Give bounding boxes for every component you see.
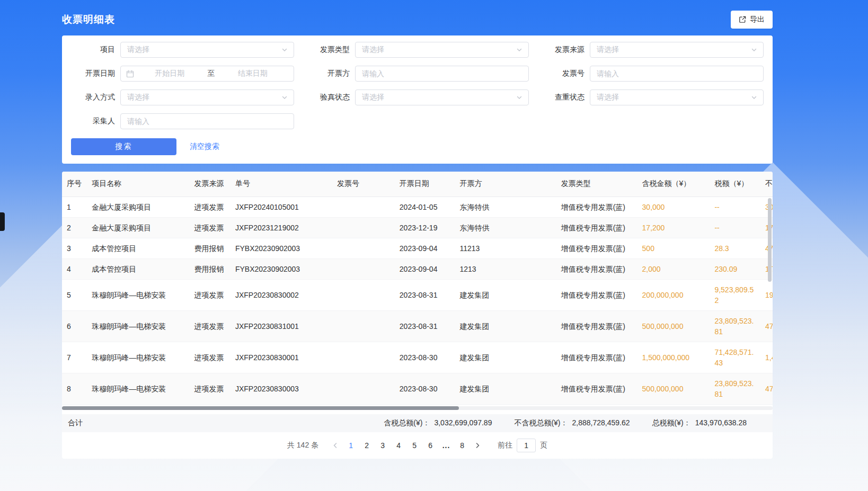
invoice-date-range-picker[interactable]: 开始日期至结束日期 — [120, 66, 294, 82]
column-header-amount_incl_tax: 含税金额（¥） — [637, 172, 710, 197]
horizontal-scrollbar[interactable] — [62, 406, 773, 410]
cell-type: 增值税专用发票(蓝) — [556, 373, 637, 404]
page-button-6[interactable]: 6 — [422, 438, 438, 453]
cell-invoice_no — [332, 342, 395, 373]
end-date-placeholder[interactable]: 结束日期 — [217, 69, 289, 78]
cell-order_no: FYBX20230902003 — [231, 258, 332, 279]
column-header-type: 发票类型 — [556, 172, 637, 197]
cell-date: 2023-08-30 — [395, 373, 455, 404]
cell-no: 4 — [62, 258, 87, 279]
summary-item: 含税总额(¥)：3,032,699,097.89 — [384, 418, 492, 428]
cell-no: 2 — [62, 217, 87, 238]
table-row[interactable]: 3成本管控项目费用报销FYBX202309020032023-09-041121… — [62, 238, 773, 258]
pagination-total: 共 142 条 — [287, 441, 318, 450]
prev-page-button[interactable] — [328, 442, 343, 449]
cell-type: 增值税专用发票(蓝) — [556, 238, 637, 258]
cell-order_no: JXFP20240105001 — [231, 197, 332, 217]
next-page-button[interactable] — [470, 442, 485, 449]
cell-type: 增值税专用发票(蓝) — [556, 279, 637, 310]
cell-date: 2023-08-31 — [395, 310, 455, 342]
filter-label-dedup-status: 查重状态 — [538, 93, 584, 102]
table-row[interactable]: 6珠穆朗玛峰—电梯安装进项发票JXFP202308310012023-08-31… — [62, 310, 773, 342]
chevron-down-icon — [281, 94, 288, 101]
cell-invoice_no — [332, 258, 395, 279]
cell-date: 2024-01-05 — [395, 197, 455, 217]
export-button[interactable]: 导出 — [731, 11, 773, 29]
cell-amount_incl_tax: 200,000,000 — [637, 279, 710, 310]
cell-invoice_no — [332, 310, 395, 342]
issuer-input[interactable] — [356, 66, 528, 81]
export-icon — [739, 16, 746, 23]
page-ellipsis[interactable]: ... — [438, 438, 454, 453]
pagination-jumper: 前往 页 — [498, 439, 547, 452]
verify-status-select[interactable]: 请选择 — [355, 90, 529, 105]
table-card: 序号项目名称发票来源单号发票号开票日期开票方发票类型含税金额（¥）税额（¥）不含… — [62, 172, 773, 459]
dedup-status-select[interactable]: 请选择 — [590, 90, 764, 105]
cell-source: 费用报销 — [189, 258, 230, 279]
cell-issuer: 建发集团 — [455, 279, 556, 310]
table-row[interactable]: 5珠穆朗玛峰—电梯安装进项发票JXFP202308300022023-08-31… — [62, 279, 773, 310]
select-placeholder: 请选择 — [362, 45, 384, 55]
filter-field-invoice-source: 发票来源请选择 — [538, 42, 764, 58]
start-date-placeholder[interactable]: 开始日期 — [134, 69, 206, 78]
horizontal-scrollbar-thumb[interactable] — [62, 406, 459, 410]
page-button-8[interactable]: 8 — [454, 438, 470, 453]
summary-row: 合计 含税总额(¥)：3,032,699,097.89不含税总额(¥)：2,88… — [62, 414, 773, 432]
invoice-type-select[interactable]: 请选择 — [355, 42, 529, 58]
chevron-down-icon — [516, 46, 523, 53]
cell-invoice_no — [332, 238, 395, 258]
vertical-scrollbar-thumb[interactable] — [768, 198, 772, 282]
project-select[interactable]: 请选择 — [120, 42, 294, 58]
cell-no: 6 — [62, 310, 87, 342]
cell-project: 珠穆朗玛峰—电梯安装 — [87, 342, 189, 373]
jumper-suffix: 页 — [540, 441, 547, 450]
cell-source: 进项发票 — [189, 197, 230, 217]
select-placeholder: 请选择 — [127, 93, 149, 102]
cell-order_no: JXFP20231219002 — [231, 217, 332, 238]
filter-label-issuer: 开票方 — [303, 69, 350, 78]
page-number-input[interactable] — [517, 439, 536, 452]
cell-date: 2023-09-04 — [395, 258, 455, 279]
cell-tax: 23,809,523.81 — [710, 310, 760, 342]
cell-no: 1 — [62, 197, 87, 217]
table-row[interactable]: 4成本管控项目费用报销FYBX202309020032023-09-041213… — [62, 258, 773, 279]
filter-field-issuer: 开票方 — [303, 66, 529, 82]
column-header-date: 开票日期 — [395, 172, 455, 197]
chevron-down-icon — [750, 46, 758, 53]
summary-item-value: 2,888,728,459.62 — [572, 418, 630, 427]
invoice-source-select[interactable]: 请选择 — [590, 42, 764, 58]
page-button-2[interactable]: 2 — [359, 438, 375, 453]
clear-search-link[interactable]: 清空搜索 — [190, 142, 219, 151]
filter-field-invoice-number: 发票号 — [538, 66, 764, 82]
entry-method-select[interactable]: 请选择 — [120, 90, 294, 105]
date-range-separator: 至 — [206, 69, 217, 78]
page-button-4[interactable]: 4 — [391, 438, 406, 453]
cell-amount_incl_tax: 2,000 — [637, 258, 710, 279]
filter-field-invoice-date: 开票日期开始日期至结束日期 — [68, 66, 294, 82]
cell-source: 进项发票 — [189, 342, 230, 373]
table-row[interactable]: 2金融大厦采购项目进项发票JXFP202312190022023-12-19东海… — [62, 217, 773, 238]
page-button-3[interactable]: 3 — [375, 438, 391, 453]
cell-amount_incl_tax: 1,500,000,000 — [637, 342, 710, 373]
pagination: 共 142 条 123456...8 前往 页 — [62, 432, 773, 459]
table-row[interactable]: 8珠穆朗玛峰—电梯安装进项发票JXFP202308300032023-08-30… — [62, 373, 773, 404]
table-row[interactable]: 7珠穆朗玛峰—电梯安装进项发票JXFP202308300012023-08-30… — [62, 342, 773, 373]
filter-actions: 搜索 清空搜索 — [68, 138, 764, 155]
cell-amount_incl_tax: 500 — [637, 238, 710, 258]
invoice-number-input[interactable] — [590, 66, 763, 81]
column-header-source: 发票来源 — [189, 172, 230, 197]
search-button[interactable]: 搜索 — [71, 138, 176, 155]
drawer-handle[interactable] — [0, 212, 5, 231]
page-button-1[interactable]: 1 — [343, 438, 359, 453]
column-header-tax: 税额（¥） — [710, 172, 760, 197]
page-button-5[interactable]: 5 — [406, 438, 422, 453]
cell-tax: -- — [710, 217, 760, 238]
cell-tax: 28.3 — [710, 238, 760, 258]
cell-project: 金融大厦采购项目 — [87, 217, 189, 238]
cell-source: 进项发票 — [189, 310, 230, 342]
table-row[interactable]: 1金融大厦采购项目进项发票JXFP202401050012024-01-05东海… — [62, 197, 773, 217]
table-scroll-area: 序号项目名称发票来源单号发票号开票日期开票方发票类型含税金额（¥）税额（¥）不含… — [62, 172, 773, 405]
cell-issuer: 建发集团 — [455, 310, 556, 342]
collector-input[interactable] — [121, 114, 294, 129]
page-title: 收票明细表 — [62, 13, 115, 26]
